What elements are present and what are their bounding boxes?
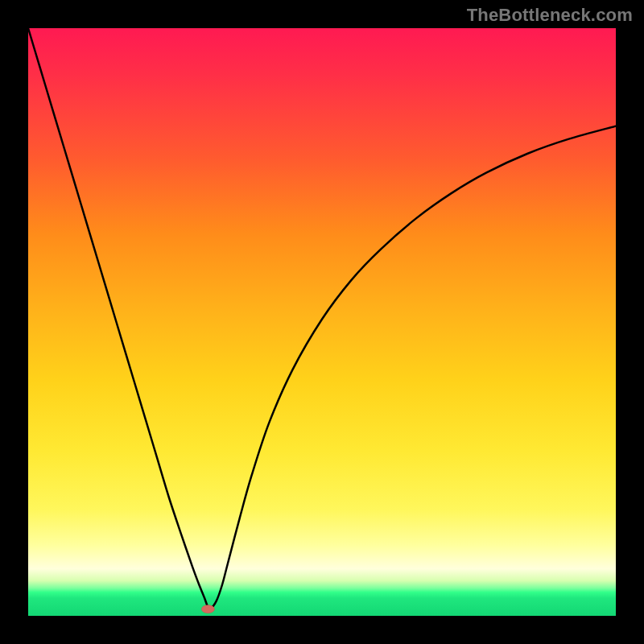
plot-area	[28, 28, 616, 616]
minimum-marker	[201, 605, 214, 613]
chart-frame: TheBottleneck.com	[0, 0, 644, 644]
curve-layer	[28, 28, 616, 616]
watermark-text: TheBottleneck.com	[467, 5, 633, 26]
bottleneck-curve	[28, 28, 616, 609]
